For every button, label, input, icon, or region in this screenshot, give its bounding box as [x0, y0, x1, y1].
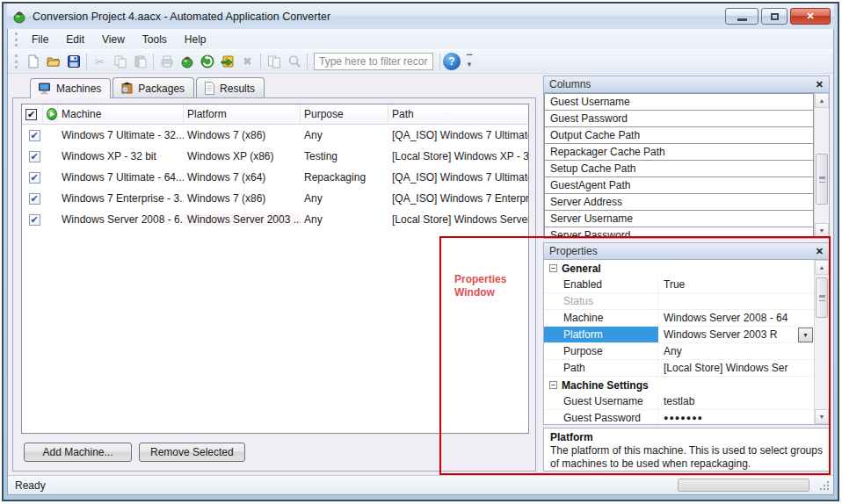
open-project-button[interactable]: [43, 52, 63, 71]
column-list-item[interactable]: Server Username: [544, 210, 814, 227]
platform-dropdown-button[interactable]: ▼: [798, 328, 813, 342]
machine-row[interactable]: ✔ Windows 7 Ultimate - 32... Windows 7 (…: [22, 125, 528, 146]
column-list-item[interactable]: Guest Password: [544, 110, 814, 127]
menu-view[interactable]: View: [93, 31, 134, 48]
purpose-cell: Any: [301, 213, 388, 226]
column-list-item[interactable]: Server Password: [544, 227, 814, 238]
toolbar-grip[interactable]: [15, 54, 19, 68]
toolbar-overflow-button[interactable]: ▔▼: [464, 55, 475, 68]
property-row-guest-password[interactable]: Guest Password ●●●●●●●: [544, 410, 814, 424]
purpose-cell: Any: [301, 129, 388, 141]
collapse-icon[interactable]: −: [549, 381, 557, 389]
properties-panel-close-icon[interactable]: ✕: [816, 246, 824, 257]
property-row-status[interactable]: Status: [544, 293, 814, 310]
filter-records-input[interactable]: [314, 53, 433, 70]
cut-button[interactable]: ✂: [90, 52, 110, 71]
column-header-path[interactable]: Path: [388, 104, 528, 124]
column-list-item[interactable]: Server Address: [544, 193, 814, 211]
machine-row[interactable]: ✔ Windows 7 Enterprise - 3... Windows 7 …: [22, 188, 528, 209]
property-group-machine-settings[interactable]: − Machine Settings: [544, 377, 814, 393]
path-cell: [Local Store] Windows XP - 32 ...: [388, 150, 528, 162]
remove-selected-button[interactable]: Remove Selected: [139, 443, 245, 462]
select-all-checkbox[interactable]: ✔: [25, 109, 37, 120]
tab-machines-label: Machines: [56, 83, 101, 95]
property-row-purpose[interactable]: Purpose Any: [544, 343, 814, 360]
preview-button[interactable]: [284, 52, 304, 71]
menu-help[interactable]: Help: [176, 31, 215, 48]
column-header-purpose[interactable]: Purpose: [301, 104, 388, 124]
toolbar-separator: [307, 54, 308, 69]
tab-results-label: Results: [220, 83, 255, 95]
copy-button[interactable]: [110, 52, 130, 71]
print-button[interactable]: [156, 52, 177, 71]
property-value: Windows Server 2008 - 64: [658, 310, 814, 326]
machine-row-selected[interactable]: ✔ Windows Server 2008 - 6... Windows Ser…: [22, 209, 528, 230]
column-list-item[interactable]: Guest Username: [544, 93, 814, 111]
property-row-platform-selected[interactable]: Platform Windows Server 2003 R ▼: [544, 327, 814, 343]
duplicate-button[interactable]: [264, 52, 284, 71]
platform-cell: Windows 7 (x86): [184, 192, 301, 205]
scroll-up-icon[interactable]: ▲: [815, 260, 829, 275]
new-document-button[interactable]: [23, 52, 43, 71]
row-checkbox[interactable]: ✔: [29, 172, 40, 184]
menubar-grip[interactable]: [15, 32, 19, 47]
refresh-button[interactable]: [197, 52, 217, 71]
column-list-item[interactable]: Output Cache Path: [544, 126, 814, 144]
status-column-header[interactable]: [43, 104, 58, 124]
machines-list: ✔ Machine Platform Purpose Path ✔ Windo: [21, 104, 529, 434]
delete-icon: ✖: [243, 55, 251, 68]
columns-panel-close-icon[interactable]: ✕: [816, 79, 824, 90]
column-list-item[interactable]: Repackager Cache Path: [544, 143, 814, 161]
paste-button[interactable]: [130, 52, 150, 71]
menu-file[interactable]: File: [23, 31, 57, 48]
copy-icon: [113, 54, 127, 68]
row-checkbox[interactable]: ✔: [29, 214, 40, 226]
scroll-track[interactable]: [815, 108, 829, 223]
add-machine-button[interactable]: Add Machine...: [24, 443, 132, 462]
property-row-path[interactable]: Path [Local Store] Windows Ser: [544, 360, 814, 377]
property-name-selected: Platform: [544, 327, 658, 342]
row-checkbox[interactable]: ✔: [29, 130, 40, 141]
scroll-thumb[interactable]: [816, 154, 828, 205]
run-converter-button[interactable]: [177, 52, 197, 71]
menubar: File Edit View Tools Help: [8, 29, 833, 49]
property-row-machine[interactable]: Machine Windows Server 2008 - 64: [544, 310, 814, 327]
property-name: Guest Password: [544, 410, 658, 424]
help-button[interactable]: ?: [443, 53, 461, 70]
annotation-line-1: Properties: [454, 273, 506, 286]
path-cell: [QA_ISO] Windows 7 Enterprise...: [388, 192, 528, 205]
toolbar-separator: [439, 54, 440, 69]
tab-packages[interactable]: Packages: [113, 77, 194, 97]
minimize-button[interactable]: [725, 8, 759, 25]
properties-scrollbar: ▲ ▼: [814, 260, 829, 424]
delete-button[interactable]: ✖: [237, 52, 258, 71]
save-project-button[interactable]: [63, 52, 83, 71]
machine-row[interactable]: ✔ Windows 7 Ultimate - 64... Windows 7 (…: [22, 167, 528, 188]
export-package-button[interactable]: [217, 52, 237, 71]
maximize-button[interactable]: [761, 8, 788, 25]
property-group-general[interactable]: − General: [544, 260, 814, 277]
menu-edit[interactable]: Edit: [57, 31, 93, 48]
paste-icon: [134, 54, 148, 68]
row-checkbox[interactable]: ✔: [29, 151, 40, 162]
tab-machines[interactable]: Machines: [30, 78, 111, 98]
scroll-track[interactable]: [815, 275, 829, 409]
collapse-icon[interactable]: −: [549, 264, 557, 272]
menu-tools[interactable]: Tools: [134, 31, 176, 48]
properties-panel: Properties ✕ − General Enabled: [543, 242, 830, 425]
close-button[interactable]: ✕: [790, 8, 831, 25]
column-header-machine[interactable]: Machine: [58, 104, 184, 124]
property-row-guest-username[interactable]: Guest Username testlab: [544, 393, 814, 410]
column-list-item[interactable]: GuestAgent Path: [544, 176, 814, 194]
tab-results[interactable]: Results: [196, 77, 265, 97]
column-list-item[interactable]: Setup Cache Path: [544, 160, 814, 177]
column-header-platform[interactable]: Platform: [184, 104, 301, 124]
property-row-enabled[interactable]: Enabled True: [544, 277, 814, 293]
scroll-down-icon[interactable]: ▼: [815, 223, 829, 238]
scroll-up-icon[interactable]: ▲: [815, 93, 829, 108]
resize-grip-icon[interactable]: [818, 479, 830, 491]
machine-row[interactable]: ✔ Windows XP - 32 bit Windows XP (x86) T…: [22, 146, 528, 167]
row-checkbox[interactable]: ✔: [29, 193, 40, 205]
scroll-thumb[interactable]: [816, 277, 828, 318]
scroll-down-icon[interactable]: ▼: [815, 409, 829, 424]
